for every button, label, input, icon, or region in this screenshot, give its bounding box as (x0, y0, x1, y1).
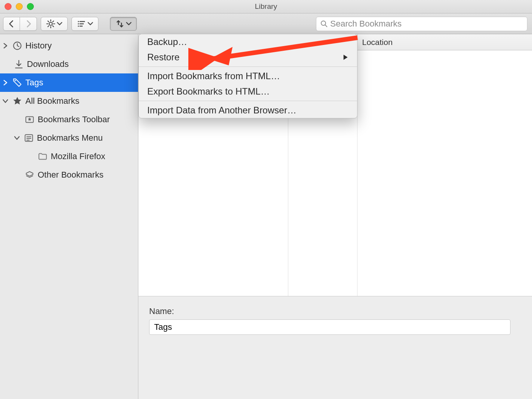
sidebar-item-label: Other Bookmarks (38, 170, 138, 180)
svg-point-14 (78, 25, 79, 27)
chevron-down-icon (88, 21, 93, 27)
import-export-menu-button[interactable] (110, 17, 137, 31)
download-icon (13, 58, 25, 70)
menu-separator (139, 101, 357, 101)
menu-item-import-browser[interactable]: Import Data from Another Browser… (139, 103, 357, 118)
window-controls (5, 3, 34, 10)
svg-line-5 (48, 21, 49, 22)
search-icon (320, 20, 328, 28)
back-button[interactable] (3, 17, 20, 31)
sidebar: History Downloads Tags All Bookmar (0, 34, 138, 399)
organize-menu-button[interactable] (41, 17, 68, 31)
toolbar (0, 13, 532, 34)
import-export-menu: Backup… Restore Import Bookmarks from HT… (138, 34, 357, 118)
menu-item-label: Restore (147, 52, 180, 63)
folder-icon (37, 151, 48, 162)
detail-panel: Name: Tags (138, 296, 532, 399)
history-icon (12, 40, 23, 52)
svg-point-0 (49, 22, 52, 25)
svg-point-13 (78, 23, 79, 24)
chevron-left-icon (7, 19, 16, 28)
chevron-down-icon (126, 21, 131, 27)
gear-icon (46, 19, 55, 28)
other-bookmarks-icon (24, 169, 35, 181)
menu-item-export-html[interactable]: Export Bookmarks to HTML… (139, 84, 357, 99)
sidebar-item-downloads[interactable]: Downloads (0, 55, 138, 73)
sidebar-item-history[interactable]: History (0, 37, 138, 55)
svg-point-12 (78, 21, 79, 22)
window-titlebar: Library (0, 0, 532, 13)
forward-button[interactable] (20, 17, 37, 31)
disclosure-closed-icon[interactable] (2, 43, 9, 48)
disclosure-open-icon[interactable] (13, 135, 21, 141)
sidebar-item-label: History (25, 41, 138, 51)
sidebar-item-other-bookmarks[interactable]: Other Bookmarks (0, 166, 138, 184)
disclosure-open-icon[interactable] (2, 98, 9, 104)
menu-separator (139, 66, 357, 67)
detail-name-field[interactable]: Tags (149, 319, 510, 335)
detail-name-label: Name: (149, 306, 521, 316)
tag-icon (12, 77, 23, 88)
menu-item-import-html[interactable]: Import Bookmarks from HTML… (139, 68, 357, 84)
star-icon (12, 95, 23, 107)
bookmarks-toolbar-icon (24, 114, 35, 125)
search-input[interactable] (330, 19, 523, 29)
nav-segmented (3, 17, 37, 31)
sidebar-item-mozilla-firefox[interactable]: Mozilla Firefox (0, 147, 138, 166)
svg-line-16 (325, 25, 327, 27)
svg-point-19 (15, 80, 16, 81)
import-export-icon (115, 19, 125, 28)
sidebar-item-bookmarks-menu[interactable]: Bookmarks Menu (0, 129, 138, 147)
window-title: Library (0, 2, 532, 11)
chevron-right-icon (24, 19, 33, 28)
sidebar-item-label: Downloads (27, 59, 138, 69)
sidebar-item-label: Bookmarks Menu (37, 133, 138, 143)
sidebar-item-all-bookmarks[interactable]: All Bookmarks (0, 92, 138, 110)
column-header-location[interactable]: Location (357, 34, 532, 50)
sidebar-item-tags[interactable]: Tags (0, 73, 138, 92)
minimize-window-button[interactable] (16, 3, 23, 10)
svg-line-8 (48, 26, 49, 27)
search-field[interactable] (316, 17, 527, 31)
svg-line-6 (53, 26, 54, 27)
sidebar-item-label: Mozilla Firefox (51, 151, 138, 161)
sidebar-item-label: Bookmarks Toolbar (38, 115, 138, 125)
menu-item-label: Backup… (147, 37, 187, 47)
close-window-button[interactable] (5, 3, 12, 10)
chevron-down-icon (57, 21, 62, 27)
bookmarks-menu-icon (23, 132, 35, 144)
sidebar-item-label: Tags (25, 78, 138, 88)
submenu-indicator-icon (342, 52, 349, 63)
list-view-icon (77, 19, 86, 28)
detail-name-value: Tags (154, 322, 172, 332)
menu-item-restore[interactable]: Restore (139, 50, 357, 65)
sidebar-item-bookmarks-toolbar[interactable]: Bookmarks Toolbar (0, 110, 138, 129)
menu-item-label: Export Bookmarks to HTML… (147, 86, 270, 97)
svg-line-7 (53, 21, 54, 22)
zoom-window-button[interactable] (27, 3, 34, 10)
views-menu-button[interactable] (71, 17, 98, 31)
sidebar-item-label: All Bookmarks (25, 96, 138, 106)
menu-item-backup[interactable]: Backup… (139, 34, 357, 50)
menu-item-label: Import Bookmarks from HTML… (147, 71, 280, 81)
disclosure-closed-icon[interactable] (2, 80, 9, 85)
menu-item-label: Import Data from Another Browser… (147, 105, 296, 116)
